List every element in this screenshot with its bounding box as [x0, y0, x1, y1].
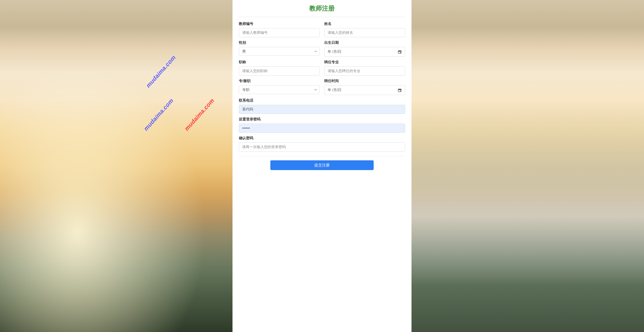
title-group: 职称	[239, 60, 320, 76]
hire-date-input[interactable]: 年 /月/日	[324, 85, 405, 95]
hire-date-group: 聘任时间 年 /月/日	[324, 79, 405, 95]
phone-input[interactable]	[239, 105, 405, 114]
password-input[interactable]	[239, 124, 405, 133]
birth-date-group: 出生日期 年 /月/日	[324, 40, 405, 57]
password-label: 设置登录密码	[239, 117, 405, 122]
confirm-password-label: 确认密码	[239, 136, 405, 141]
birth-date-input[interactable]: 年 /月/日	[324, 47, 405, 57]
svg-rect-6	[398, 89, 401, 90]
major-input[interactable]	[324, 67, 405, 76]
birth-date-label: 出生日期	[324, 40, 405, 45]
phone-group: 联系电话	[239, 98, 405, 114]
watermark-text: mudaima.com	[142, 97, 175, 132]
hire-date-placeholder: 年 /月/日	[328, 88, 342, 93]
submit-button[interactable]: 提交注册	[270, 160, 374, 170]
name-group: 姓名	[324, 22, 405, 37]
page-title: 教师注册	[239, 2, 405, 17]
calendar-icon	[398, 50, 402, 54]
employment-type-select[interactable]: 专职	[239, 85, 320, 94]
teacher-id-label: 教师编号	[239, 22, 320, 26]
title-input[interactable]	[239, 67, 320, 76]
calendar-icon	[398, 88, 402, 92]
confirm-password-group: 确认密码	[239, 136, 405, 151]
employment-type-group: 专/兼职 专职	[239, 79, 320, 95]
divider	[239, 156, 405, 156]
watermark-text: mudaima.com	[183, 97, 216, 132]
password-group: 设置登录密码	[239, 117, 405, 133]
svg-rect-9	[400, 90, 401, 91]
gender-select[interactable]: 男	[239, 47, 320, 56]
phone-label: 联系电话	[239, 98, 405, 103]
title-label: 职称	[239, 60, 320, 65]
form-grid: 教师编号 姓名 性别 男 出生日期 年 /月/日	[239, 22, 405, 170]
watermark-text: mudaima.com	[144, 54, 177, 89]
employment-type-label: 专/兼职	[239, 79, 320, 84]
teacher-id-input[interactable]	[239, 28, 320, 37]
confirm-password-input[interactable]	[239, 142, 405, 151]
major-label: 聘任专业	[324, 60, 405, 65]
hire-date-label: 聘任时间	[324, 79, 405, 84]
gender-label: 性别	[239, 40, 320, 45]
birth-date-placeholder: 年 /月/日	[328, 50, 342, 54]
registration-form-card: 教师注册 教师编号 姓名 性别 男 出生日期 年 /月/日	[232, 0, 412, 332]
major-group: 聘任专业	[324, 60, 405, 76]
gender-group: 性别 男	[239, 40, 320, 57]
name-input[interactable]	[324, 28, 405, 37]
svg-rect-4	[400, 52, 401, 53]
svg-rect-1	[398, 51, 401, 52]
name-label: 姓名	[324, 22, 405, 26]
teacher-id-group: 教师编号	[239, 22, 320, 37]
